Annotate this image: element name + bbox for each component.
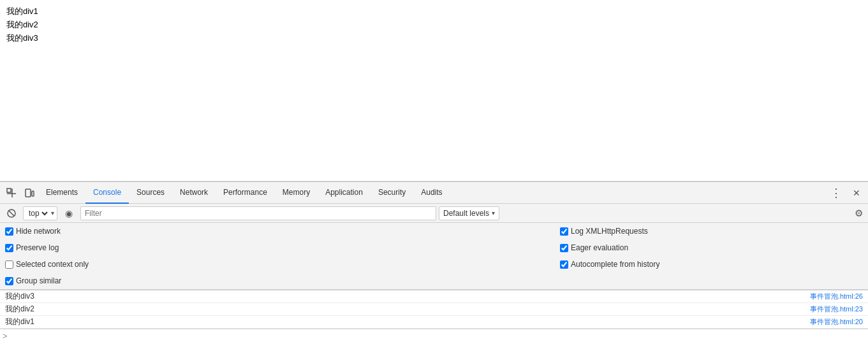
page-content: 我的div1 我的div2 我的div3: [0, 0, 868, 182]
log-xmlhttp-checkbox[interactable]: [560, 227, 568, 236]
svg-rect-0: [7, 189, 11, 192]
levels-chevron-icon: ▾: [492, 210, 495, 217]
context-selector[interactable]: top: [26, 208, 50, 218]
tab-elements[interactable]: Elements: [38, 182, 85, 204]
svg-rect-3: [26, 189, 31, 197]
console-text: 我的div3: [5, 291, 34, 302]
console-row: 我的div1事件冒泡.html:20: [0, 316, 868, 329]
tab-sources[interactable]: Sources: [129, 182, 172, 204]
selected-context-checkbox[interactable]: [5, 260, 13, 269]
svg-line-6: [9, 210, 15, 216]
preserve-log-checkbox[interactable]: [5, 244, 13, 252]
console-source[interactable]: 事件冒泡.html:26: [810, 292, 863, 301]
console-text: 我的div2: [5, 304, 34, 315]
console-output[interactable]: 我的div3事件冒泡.html:26我的div2事件冒泡.html:23我的di…: [0, 290, 868, 349]
eager-eval-checkbox[interactable]: [560, 244, 568, 252]
settings-gear-icon[interactable]: ⚙: [851, 206, 865, 220]
console-prompt-icon: >: [3, 331, 8, 341]
tab-memory[interactable]: Memory: [275, 182, 318, 204]
device-toolbar-icon[interactable]: [20, 184, 38, 202]
filter-input[interactable]: [80, 206, 436, 220]
console-source[interactable]: 事件冒泡.html:23: [810, 304, 863, 314]
console-ban-icon[interactable]: [3, 204, 20, 222]
context-selector-wrap[interactable]: top ▾: [23, 206, 57, 220]
svg-rect-4: [32, 191, 34, 196]
tab-network[interactable]: Network: [172, 182, 216, 204]
default-levels-dropdown[interactable]: Default levels ▾: [439, 206, 499, 220]
more-options-icon[interactable]: ⋮: [827, 184, 845, 202]
devtools-panel: Elements Console Sources Network Perform…: [0, 182, 868, 349]
page-line-2: 我的div2: [6, 18, 862, 32]
devtools-tabbar: Elements Console Sources Network Perform…: [0, 182, 868, 204]
devtools-end-buttons: ⋮ ✕: [827, 184, 865, 202]
close-devtools-icon[interactable]: ✕: [848, 184, 865, 202]
autocomplete-label[interactable]: Autocomplete from history: [560, 260, 659, 269]
tab-performance[interactable]: Performance: [216, 182, 275, 204]
settings-row-3: Selected context only Autocomplete from …: [0, 256, 868, 273]
console-input-row: >: [0, 329, 868, 343]
console-settings: Hide network Log XMLHttpRequests Preserv…: [0, 223, 868, 290]
tab-security[interactable]: Security: [371, 182, 413, 204]
eye-icon[interactable]: ◉: [60, 204, 78, 222]
hide-network-label[interactable]: Hide network: [5, 227, 133, 236]
tab-application[interactable]: Application: [318, 182, 371, 204]
console-source[interactable]: 事件冒泡.html:20: [810, 317, 863, 327]
inspect-icon[interactable]: [3, 184, 20, 202]
hide-network-checkbox[interactable]: [5, 227, 13, 236]
console-rows-container: 我的div3事件冒泡.html:26我的div2事件冒泡.html:23我的di…: [0, 290, 868, 329]
settings-row-1: Hide network Log XMLHttpRequests: [0, 223, 868, 239]
selected-context-label[interactable]: Selected context only: [5, 260, 133, 269]
console-toolbar: top ▾ ◉ Default levels ▾ ⚙: [0, 204, 868, 223]
settings-row-4: Group similar: [0, 273, 868, 289]
page-line-1: 我的div1: [6, 5, 862, 18]
log-xmlhttp-label[interactable]: Log XMLHttpRequests: [560, 227, 648, 236]
eager-eval-label[interactable]: Eager evaluation: [560, 243, 628, 252]
console-row: 我的div2事件冒泡.html:23: [0, 303, 868, 316]
console-row: 我的div3事件冒泡.html:26: [0, 290, 868, 303]
page-line-3: 我的div3: [6, 32, 862, 45]
context-chevron-icon: ▾: [51, 210, 54, 217]
tab-audits[interactable]: Audits: [413, 182, 450, 204]
tab-console[interactable]: Console: [85, 182, 129, 204]
autocomplete-checkbox[interactable]: [560, 260, 568, 269]
console-input[interactable]: [10, 332, 865, 341]
group-similar-label[interactable]: Group similar: [5, 276, 133, 285]
preserve-log-label[interactable]: Preserve log: [5, 243, 133, 252]
group-similar-checkbox[interactable]: [5, 277, 13, 285]
settings-row-2: Preserve log Eager evaluation: [0, 239, 868, 256]
console-text: 我的div1: [5, 317, 34, 327]
